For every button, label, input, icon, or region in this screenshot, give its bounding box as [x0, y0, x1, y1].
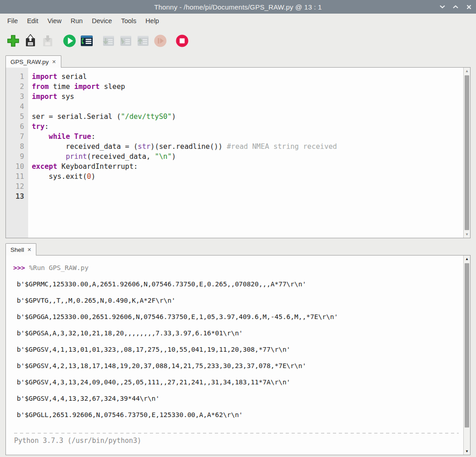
shell-output-line: b'$GPVTG,,T,,M,0.265,N,0.490,K,A*2F\r\n': [13, 296, 463, 305]
code-area[interactable]: import serialfrom time import sleepimpor…: [28, 68, 463, 238]
code-line: import sys: [32, 92, 463, 102]
step-over-icon: [102, 34, 115, 48]
shell-scroll-up-icon[interactable]: ▲: [464, 256, 470, 262]
code-line: sys.exit(0): [32, 172, 463, 182]
debug-button[interactable]: [80, 34, 94, 48]
code-line: while True:: [32, 132, 463, 142]
toolbar: [0, 28, 476, 54]
shell-command: %Run GPS_RAW.py: [29, 264, 89, 271]
line-number: 5: [6, 112, 24, 122]
close-icon: [466, 5, 471, 10]
code-line: [32, 102, 463, 112]
window-controls: [439, 0, 472, 14]
shell-scroll-thumb[interactable]: [465, 263, 469, 428]
plus-icon: [6, 34, 20, 48]
line-number: 4: [6, 102, 24, 112]
chevron-down-icon: [440, 5, 445, 9]
step-out-button: [136, 34, 150, 48]
code-line: import serial: [32, 72, 463, 82]
line-number: 9: [6, 152, 24, 162]
shell-tab-close-icon[interactable]: ✕: [27, 247, 31, 252]
shell-output-line: b'$GPRMC,125330.00,A,2651.92606,N,07546.…: [13, 280, 463, 288]
line-number: 12: [6, 182, 24, 192]
maximize-button[interactable]: [452, 3, 459, 10]
code-line: from time import sleep: [32, 82, 463, 92]
menu-item-file[interactable]: File: [3, 15, 22, 27]
line-number: 1: [6, 72, 24, 82]
line-number: 3: [6, 92, 24, 102]
shell-outputs: b'$GPRMC,125330.00,A,2651.92606,N,07546.…: [13, 280, 463, 419]
line-number: 6: [6, 122, 24, 132]
shell-prompt-line: >>> %Run GPS_RAW.py: [13, 264, 463, 272]
resume-play-icon: [154, 34, 167, 48]
shell-output-line: b'$GPGSV,4,2,13,18,17,148,19,20,37,088,1…: [13, 362, 463, 370]
menu-item-device[interactable]: Device: [87, 15, 116, 27]
restart-separator: [14, 433, 459, 433]
floppy-up-arrow-icon: [24, 34, 37, 48]
shell-output-line: b'$GPGSV,4,3,13,24,09,040,,25,05,111,,27…: [13, 378, 463, 386]
line-number: 7: [6, 132, 24, 142]
step-over-button: [102, 34, 115, 48]
menu-item-help[interactable]: Help: [141, 15, 164, 27]
editor-tab-close-icon[interactable]: ✕: [52, 59, 56, 64]
thonny-window: Thonny - /home/pi/Documents/GPS_RAW.py @…: [0, 0, 476, 457]
code-line: [32, 182, 463, 192]
shell-output-area[interactable]: >>> %Run GPS_RAW.py b'$GPRMC,125330.00,A…: [6, 256, 463, 455]
stop-square-icon: [175, 34, 189, 48]
step-out-icon: [136, 34, 150, 48]
menu-item-view[interactable]: View: [43, 15, 66, 27]
tab-editor[interactable]: GPS_RAW.py ✕: [5, 55, 61, 68]
shell-tab-label: Shell: [10, 246, 24, 253]
stop-button[interactable]: [175, 34, 189, 48]
debug-list-icon: [80, 34, 94, 48]
line-number: 10: [6, 162, 24, 172]
close-window-button[interactable]: [465, 3, 472, 10]
line-number-gutter: 12345678910111213: [6, 68, 28, 238]
shell-blank-line: [13, 272, 463, 280]
line-number: 8: [6, 142, 24, 152]
title-bar: Thonny - /home/pi/Documents/GPS_RAW.py @…: [0, 0, 476, 14]
code-line: received_data = (str)(ser.readline()) #r…: [32, 142, 463, 152]
open-file-button[interactable]: [24, 34, 37, 48]
code-line: except KeyboardInterrupt:: [32, 162, 463, 172]
code-line: [32, 192, 463, 201]
save-file-button: [41, 34, 55, 48]
line-number: 11: [6, 172, 24, 182]
editor-tab-label: GPS_RAW.py: [10, 59, 49, 65]
line-number: 13: [6, 192, 24, 201]
run-button[interactable]: [63, 34, 76, 48]
shell-scroll-down-icon[interactable]: ▼: [464, 448, 470, 455]
editor-scroll-down-icon[interactable]: ▼: [464, 231, 470, 238]
menu-item-run[interactable]: Run: [66, 15, 88, 27]
shell-output-line: b'$GPGSV,4,4,13,32,67,324,39*44\r\n': [13, 394, 463, 403]
chevron-up-icon: [453, 5, 458, 9]
resume-button: [154, 34, 167, 48]
line-number: 2: [6, 82, 24, 92]
menu-item-edit[interactable]: Edit: [22, 15, 43, 27]
shell-panel: >>> %Run GPS_RAW.py b'$GPRMC,125330.00,A…: [5, 255, 471, 455]
tab-shell[interactable]: Shell ✕: [5, 243, 36, 256]
window-title: Thonny - /home/pi/Documents/GPS_RAW.py @…: [154, 3, 322, 11]
menu-bar: FileEditViewRunDeviceToolsHelp: [0, 14, 476, 28]
shell-output-line: b'$GPGGA,125330.00,2651.92606,N,07546.73…: [13, 313, 463, 321]
floppy-down-arrow-icon: [41, 34, 55, 48]
editor-panel: 12345678910111213 import serialfrom time…: [5, 67, 471, 238]
step-into-button: [119, 34, 133, 48]
new-file-button[interactable]: [6, 34, 20, 48]
interpreter-banner: Python 3.7.3 (/usr/bin/python3): [13, 437, 463, 445]
editor-scrollbar: ▲ ▼: [463, 68, 470, 238]
editor-scroll-thumb[interactable]: [465, 75, 469, 230]
menu-item-tools[interactable]: Tools: [116, 15, 141, 27]
shell-prompt: >>>: [13, 264, 29, 271]
minimize-button[interactable]: [439, 3, 446, 10]
code-line: ser = serial.Serial ("/dev/ttyS0"): [32, 112, 463, 122]
shell-scrollbar: ▲ ▼: [463, 256, 470, 455]
editor-scroll-up-icon[interactable]: ▲: [464, 68, 470, 74]
play-icon: [63, 34, 76, 48]
code-line: print(received_data, "\n"): [32, 152, 463, 162]
shell-output-line: b'$GPGLL,2651.92606,N,07546.73750,E,1253…: [13, 411, 463, 419]
code-line: try:: [32, 122, 463, 132]
step-into-icon: [119, 34, 133, 48]
shell-output-line: b'$GPGSV,4,1,13,01,01,323,,08,17,275,,10…: [13, 345, 463, 354]
shell-output-line: b'$GPGSA,A,3,32,10,21,18,20,,,,,,,,7.33,…: [13, 329, 463, 337]
